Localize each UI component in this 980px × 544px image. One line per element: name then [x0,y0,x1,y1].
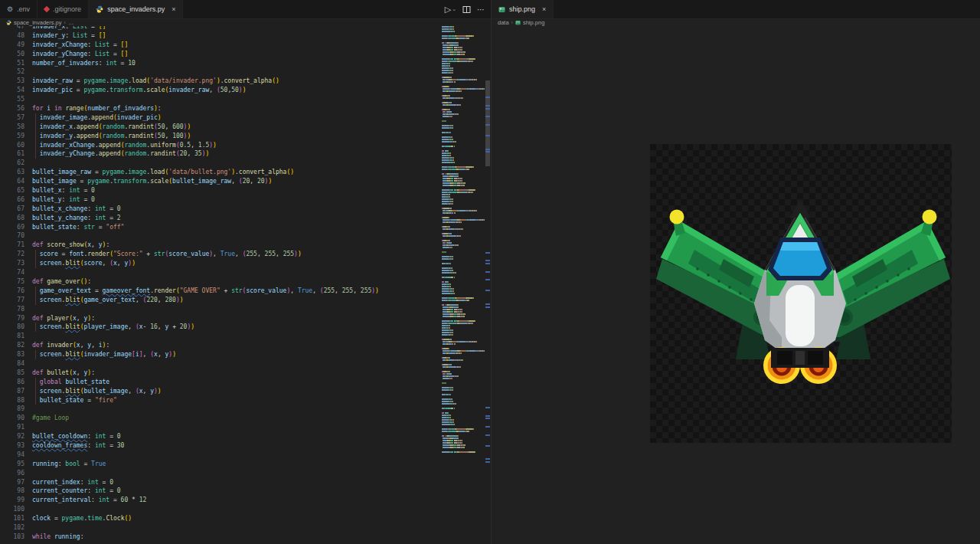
overview-ruler-mark [485,458,490,460]
python-icon [96,5,103,13]
split-editor-icon[interactable] [462,5,471,14]
code-line[interactable]: 77 screen.blit(game_over_text, (220, 280… [0,296,440,305]
code-line[interactable]: 68bullet_y_change: int = 2 [0,214,440,223]
code-line[interactable]: 59 invader_y.append(random.randint(50, 1… [0,132,440,141]
code-line[interactable]: 72 score = font.render("Score:" + str(sc… [0,250,440,259]
code-line[interactable]: 74 [0,268,440,277]
code-line[interactable]: 70 [0,231,440,241]
gear-icon: ⚙ [7,6,13,13]
close-icon[interactable]: × [542,6,546,13]
code-line[interactable]: 87 screen.blit(bullet_image, (x, y)) [0,387,440,396]
overview-ruler-mark [485,279,490,280]
code-line[interactable]: 56for i in range(number_of_invaders): [0,104,440,113]
code-line[interactable]: 69bullet_state: str = "off" [0,223,440,232]
overview-ruler-mark [485,426,490,428]
code-line[interactable]: 50invader_yChange: List = [] [0,50,440,59]
indent-guide [35,387,36,396]
code-line[interactable]: 71def score_show(x, y): [0,241,440,250]
code-line[interactable]: 89 [0,405,440,414]
editor-group-code: ⚙ .env .gitignore space_invaders.py × ▷⌄ [0,0,491,544]
code-line[interactable]: 67bullet_x_change: int = 0 [0,205,440,214]
code-line[interactable]: 80 screen.blit(player_image, (x- 16, y +… [0,323,440,332]
code-line[interactable]: 62 [0,159,440,168]
code-line[interactable]: 85def bullet(x, y): [0,369,440,378]
code-line[interactable]: 82def invader(x, y, i): [0,341,440,350]
code-line[interactable]: 88 bullet_state = "fire" [0,396,440,405]
indent-guide [35,323,36,332]
tab-env[interactable]: ⚙ .env [0,0,38,18]
code-line[interactable]: 65bullet_x: int = 0 [0,186,440,195]
code-line[interactable]: 48invader_y: List = [] [0,31,440,41]
code-line[interactable]: 64bullet_image = pygame.transform.scale(… [0,177,440,186]
tab-ship-png[interactable]: ship.png × [492,0,554,18]
code-line[interactable]: 49invader_xChange: List = [] [0,41,440,50]
editor-scrollbar[interactable] [485,0,491,544]
code-line[interactable]: 94 [0,451,440,460]
overview-ruler-mark [485,260,490,261]
overview-ruler-mark [485,461,490,463]
chevron-right-icon: › [511,20,513,25]
code-line[interactable]: 84 [0,359,440,369]
code-line[interactable]: 96 [0,469,440,478]
tab-label: .gitignore [53,5,81,13]
code-line[interactable]: 86 global bullet_state [0,378,440,387]
code-line[interactable]: 98current_counter: int = 0 [0,487,440,496]
indent-guide [35,123,36,132]
breadcrumb-folder[interactable]: data [498,19,509,26]
code-line[interactable]: 83 screen.blit(invader_image[i], (x, y)) [0,350,440,359]
code-line[interactable]: 53invader_raw = pygame.image.load('data/… [0,77,440,86]
ship-image [650,144,952,443]
chevron-right-icon: › [64,20,66,25]
run-button[interactable]: ▷⌄ [445,5,456,15]
more-actions-icon[interactable]: ⋯ [477,5,485,14]
code-line[interactable]: 91 [0,423,440,432]
code-line[interactable]: 92bullet_cooldown: int = 0 [0,432,440,441]
breadcrumb-file[interactable]: space_invaders.py [14,19,62,26]
close-icon[interactable]: × [172,6,175,13]
code-line[interactable]: 102 [0,523,440,533]
overview-ruler-mark [485,124,490,126]
code-line[interactable]: 63bullet_image_raw = pygame.image.load('… [0,168,440,177]
indent-guide [35,141,36,150]
indent-guide [35,149,36,159]
tab-space-invaders[interactable]: space_invaders.py × [89,0,183,18]
code-line[interactable]: 54invader_pic = pygame.transform.scale(i… [0,86,440,95]
code-line[interactable]: 101clock = pygame.time.Clock() [0,514,440,523]
overview-ruler-mark [485,263,490,264]
code-line[interactable]: 93cooldown_frames: int = 30 [0,441,440,451]
code-line[interactable]: 55 [0,95,440,104]
code-line[interactable]: 78 [0,305,440,314]
code-line[interactable]: 97current_index: int = 0 [0,478,440,487]
code-line[interactable]: 95running: bool = True [0,460,440,469]
overview-ruler-mark [485,108,490,110]
code-line[interactable]: 81 [0,332,440,341]
tab-gitignore[interactable]: .gitignore [38,0,89,18]
code-line[interactable]: 103while running: [0,533,440,542]
code-line[interactable]: 60 invader_xChange.append(random.uniform… [0,141,440,150]
code-line[interactable]: 51number_of_invaders: int = 10 [0,59,440,68]
code-line[interactable]: 73 screen.blit(score, (x, y)) [0,259,440,268]
code-line[interactable]: 61 invader_yChange.append(random.randint… [0,149,440,159]
image-preview[interactable] [492,26,980,544]
breadcrumb-symbol[interactable]: … [68,19,74,26]
breadcrumb: space_invaders.py › … [0,19,491,26]
minimap[interactable] [440,21,485,481]
code-line[interactable]: 58 invader_x.append(random.randint(50, 6… [0,123,440,132]
code-line[interactable]: 47invader_x: List = [] [0,25,440,31]
overview-ruler-mark [485,306,490,308]
code-line[interactable]: 99current_interval: int = 60 * 12 [0,496,440,505]
code-line[interactable]: 90#game Loop [0,414,440,423]
breadcrumb-file[interactable]: ship.png [523,19,544,26]
code-line[interactable]: 57 invader_image.append(invader_pic) [0,113,440,123]
code-line[interactable]: 52 [0,67,440,77]
code-editor[interactable]: 47invader_x: List = []48invader_y: List … [0,25,440,544]
code-line[interactable]: 75def game_over(): [0,277,440,287]
overview-ruler-mark [485,290,490,291]
overview-ruler-mark [485,271,490,273]
indent-guide [35,296,36,305]
code-line[interactable]: 76 game_over_text = gameover_font.render… [0,287,440,296]
code-line[interactable]: 100 [0,505,440,514]
code-line[interactable]: 79def player(x, y): [0,314,440,323]
code-line[interactable]: 66bullet_y: int = 0 [0,195,440,205]
image-icon [498,6,505,13]
